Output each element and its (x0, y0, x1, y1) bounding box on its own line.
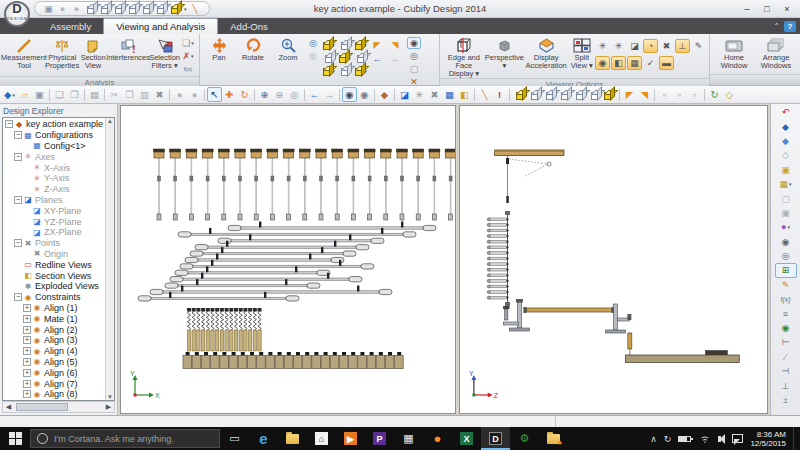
expand-icon[interactable]: + (23, 369, 31, 377)
tree-item-align-8-[interactable]: +◉Align (8) (3, 389, 105, 400)
tree-item-section-views[interactable]: ◧Section Views (3, 270, 105, 281)
edge-browser-button[interactable]: e (249, 427, 278, 450)
zoom-fit-icon[interactable]: ◎ (287, 87, 302, 102)
previous-view-icon[interactable]: ← (307, 87, 322, 102)
home-window-button[interactable]: Home Window (713, 36, 755, 74)
p-app-button[interactable]: P (365, 427, 394, 450)
firefox-button[interactable]: ● (423, 427, 452, 450)
isolate-icon[interactable]: ◉ (357, 87, 372, 102)
view-iso-cube-icon-caret[interactable]: ▾ (184, 6, 187, 12)
collapse-icon[interactable]: − (5, 120, 13, 128)
toggle-constraints-icon[interactable]: ◉ (595, 56, 610, 70)
undo-icon[interactable]: ● (172, 87, 187, 102)
file-explorer-button[interactable] (278, 427, 307, 450)
tray-chevron-icon[interactable]: ∧ (650, 434, 657, 444)
next-view-icon[interactable]: → (322, 87, 337, 102)
tree-item-align-7-[interactable]: +◉Align (7) (3, 378, 105, 389)
tray-clock[interactable]: 8:36 AM 12/5/2015 (750, 430, 786, 448)
expand-icon[interactable]: + (23, 326, 31, 334)
measurement-tool-button[interactable]: Measurement Tool (3, 36, 45, 76)
tab-add-ons[interactable]: Add-Ons (218, 19, 280, 34)
battery-icon[interactable] (678, 436, 691, 442)
scroll-down-icon[interactable]: ▼ (107, 394, 113, 400)
person-icon[interactable]: ◉ (775, 235, 797, 249)
view-right-cube2-icon[interactable] (353, 51, 369, 64)
toggle-annotations-icon[interactable]: ✎ (691, 39, 706, 53)
paste-icon[interactable]: ▥ (137, 87, 152, 102)
animate-icon[interactable]: ▫ (687, 87, 702, 102)
section-view-button[interactable]: Section View (79, 36, 107, 76)
rotate-button[interactable]: Rotate (235, 36, 271, 89)
perspective-button[interactable]: Perspective ▾ (485, 36, 524, 78)
dimension-h-icon[interactable]: ⊢ (775, 335, 797, 349)
toggle-origin-icon[interactable]: ✳ (595, 39, 610, 53)
axis-icon[interactable]: ✳ (412, 87, 427, 102)
config-icon[interactable]: ▦ (442, 87, 457, 102)
tree-item-align-2-[interactable]: +◉Align (2) (3, 324, 105, 335)
cubify-design-button[interactable]: D (481, 427, 510, 450)
calculator-button[interactable]: ▦ (394, 427, 423, 450)
open-icon[interactable]: ▱ (17, 87, 32, 102)
tree-item-x-axis[interactable]: ✳X-Axis (3, 162, 105, 173)
tree-item-redline-views[interactable]: ▭Redline Views (3, 259, 105, 270)
equations-icon[interactable]: f(x) (181, 63, 195, 75)
tree-item-y-axis[interactable]: ✳Y-Axis (3, 173, 105, 184)
toggle-notes-icon[interactable]: ✓ (643, 56, 658, 70)
excel-button[interactable]: X (452, 427, 481, 450)
tree-item-align-5-[interactable]: +◉Align (5) (3, 357, 105, 368)
start-button[interactable] (0, 427, 30, 450)
tree-horizontal-scrollbar[interactable]: ◀ ▶ (2, 401, 115, 413)
delete-icon[interactable]: ✖ (152, 87, 167, 102)
cortana-search-input[interactable]: I'm Cortana. Ask me anything. (30, 429, 220, 448)
brand-swoosh-icon[interactable]: ↶ (775, 105, 797, 119)
minimize-ribbon-icon[interactable]: ⌃ (773, 22, 780, 31)
close-button[interactable]: × (778, 2, 796, 15)
toggle-shadows-icon[interactable]: ▬ (659, 56, 674, 70)
pattern-grid-icon[interactable]: ▦▾ (775, 177, 797, 191)
scroll-right-icon[interactable]: ▶ (103, 403, 114, 411)
toggle-points-icon[interactable]: ✖ (659, 39, 674, 53)
toggle-sketches-icon[interactable]: ◔ (643, 39, 658, 53)
import-icon[interactable]: ❏ (52, 87, 67, 102)
tree-item-align-1-[interactable]: +◉Align (1) (3, 303, 105, 314)
zoom-window-icon[interactable]: ⊖ (272, 87, 287, 102)
quick-measure-icon[interactable]: ╲ (190, 3, 201, 14)
expand-icon[interactable]: + (23, 347, 31, 355)
tree-item-exploded-views[interactable]: ✱Exploded Views (3, 281, 105, 292)
colored-cube-icon[interactable]: ▣ (775, 163, 797, 177)
tree-item-points[interactable]: −✖Points (3, 238, 105, 249)
tree-item-xy-plane[interactable]: ◪XY-Plane (3, 205, 105, 216)
show-desktop-button[interactable] (793, 427, 798, 450)
toggle-dims-icon[interactable]: ◧ (611, 56, 626, 70)
view-front-cube-icon[interactable] (85, 3, 96, 14)
view-iso4-cube-icon[interactable]: ▾ (321, 64, 337, 77)
arrange-windows-button[interactable]: Arrange Windows (755, 36, 797, 74)
view-top-cube2-icon[interactable] (321, 51, 337, 64)
tree-item-key-action-example[interactable]: −◆key action example (3, 119, 105, 130)
store-button[interactable]: ⌂ (307, 427, 336, 450)
regenerate-icon[interactable]: ◇ (722, 87, 737, 102)
copy-icon[interactable]: ❐ (122, 87, 137, 102)
collapse-icon[interactable]: − (14, 239, 22, 247)
tree-item-constraints[interactable]: −◉Constraints (3, 292, 105, 303)
tree-item-origin[interactable]: ✖Origin (3, 249, 105, 260)
wifi-icon[interactable] (698, 434, 711, 443)
ghost-component-icon[interactable]: ▢ (775, 191, 797, 205)
refresh-icon[interactable]: ↻ (707, 87, 722, 102)
tree-item-zx-plane[interactable]: ◪ZX-Plane (3, 227, 105, 238)
slash-icon[interactable]: ∕ (775, 350, 797, 364)
iso-right-icon[interactable]: ◥ (637, 87, 652, 102)
annotation-icon[interactable]: ✗▾ (181, 50, 195, 62)
viewport-left-pane[interactable]: YX (120, 105, 456, 414)
display-acceleration-button[interactable]: Display Acceleration (524, 36, 568, 78)
redo-icon[interactable]: ● (187, 87, 202, 102)
save-icon[interactable]: ▣ (43, 3, 54, 14)
tree-item-align-6-[interactable]: +◉Align (6) (3, 367, 105, 378)
ghost-icon[interactable]: ▢ (407, 63, 421, 75)
structure-tree-icon[interactable]: ⊞ (775, 263, 797, 277)
collapse-icon[interactable]: − (14, 196, 22, 204)
tree-item-z-axis[interactable]: ✳Z-Axis (3, 184, 105, 195)
list-icon[interactable]: ≡ (775, 306, 797, 320)
measure-icon[interactable]: ╲ (477, 87, 492, 102)
tab-assembly[interactable]: Assembly (38, 19, 103, 34)
